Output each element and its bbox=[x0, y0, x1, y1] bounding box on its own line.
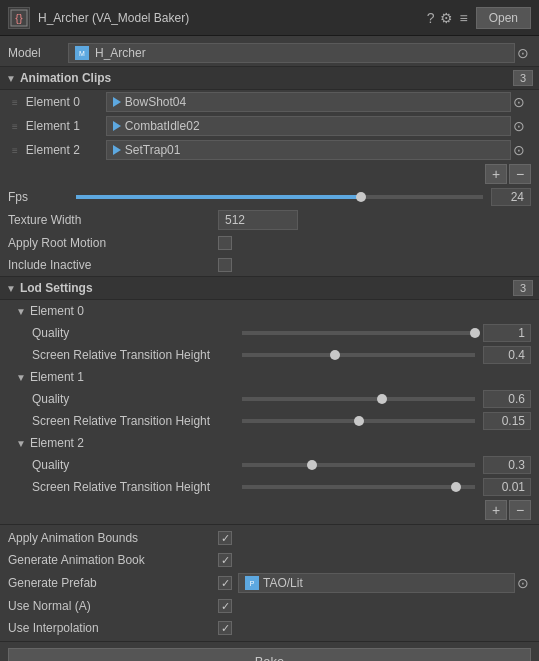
lod-2-screen-slider[interactable] bbox=[242, 485, 475, 489]
lod-1-quality-value[interactable]: 0.6 bbox=[483, 390, 531, 408]
clip-select-button-1[interactable]: ⊙ bbox=[511, 118, 527, 134]
fps-slider-thumb[interactable] bbox=[356, 192, 366, 202]
model-select-button[interactable]: ⊙ bbox=[515, 45, 531, 61]
apply-root-motion-label: Apply Root Motion bbox=[8, 236, 218, 250]
clip-value-1: CombatIdle02 bbox=[125, 119, 200, 133]
lod-1-screen-thumb[interactable] bbox=[354, 416, 364, 426]
lod-0-screen-value[interactable]: 0.4 bbox=[483, 346, 531, 364]
prefab-icon: P bbox=[245, 576, 259, 590]
clip-label-0: Element 0 bbox=[26, 95, 106, 109]
clip-select-button-0[interactable]: ⊙ bbox=[511, 94, 527, 110]
add-clip-button[interactable]: + bbox=[485, 164, 507, 184]
animation-clips-count: 3 bbox=[513, 70, 533, 86]
lod-1-quality-thumb[interactable] bbox=[377, 394, 387, 404]
clip-element-0: ≡ Element 0 BowShot04 ⊙ bbox=[0, 90, 539, 114]
lod-element-0-title: Element 0 bbox=[30, 304, 84, 318]
lod-0-quality-thumb[interactable] bbox=[470, 328, 480, 338]
lod-0-screen-label: Screen Relative Transition Height bbox=[32, 348, 242, 362]
fps-slider[interactable] bbox=[76, 195, 483, 199]
animation-clips-section[interactable]: ▼ Animation Clips 3 bbox=[0, 66, 539, 90]
clip-value-box-0[interactable]: BowShot04 bbox=[106, 92, 511, 112]
model-value: H_Archer bbox=[95, 46, 146, 60]
clip-element-2: ≡ Element 2 SetTrap01 ⊙ bbox=[0, 138, 539, 162]
lod-1-quality-label: Quality bbox=[32, 392, 242, 406]
bake-row: Bake bbox=[0, 644, 539, 661]
lod-1-screen-row: Screen Relative Transition Height 0.15 bbox=[0, 410, 539, 432]
model-label: Model bbox=[8, 46, 68, 60]
fps-label: Fps bbox=[8, 190, 68, 204]
generate-prefab-label: Generate Prefab bbox=[8, 576, 218, 590]
menu-icon[interactable]: ≡ bbox=[459, 10, 467, 26]
lod-1-screen-value[interactable]: 0.15 bbox=[483, 412, 531, 430]
lod-settings-title: Lod Settings bbox=[20, 281, 513, 295]
use-interpolation-row: Use Interpolation bbox=[0, 617, 539, 639]
remove-lod-button[interactable]: − bbox=[509, 500, 531, 520]
apply-anim-bounds-row: Apply Animation Bounds bbox=[0, 527, 539, 549]
apply-root-motion-checkbox[interactable] bbox=[218, 236, 232, 250]
lod-element-1-header[interactable]: ▼ Element 1 bbox=[0, 366, 539, 388]
lod-1-screen-slider[interactable] bbox=[242, 419, 475, 423]
lod-0-screen-row: Screen Relative Transition Height 0.4 bbox=[0, 344, 539, 366]
lod-1-quality-slider[interactable] bbox=[242, 397, 475, 401]
lod-2-screen-thumb[interactable] bbox=[451, 482, 461, 492]
lod-element-1-title: Element 1 bbox=[30, 370, 84, 384]
lod-2-quality-slider[interactable] bbox=[242, 463, 475, 467]
clip-element-1: ≡ Element 1 CombatIdle02 ⊙ bbox=[0, 114, 539, 138]
prefab-value-box[interactable]: P TAO/Lit bbox=[238, 573, 515, 593]
model-value-box[interactable]: M H_Archer bbox=[68, 43, 515, 63]
clip-value-box-2[interactable]: SetTrap01 bbox=[106, 140, 511, 160]
clip-anim-icon-1 bbox=[113, 121, 121, 131]
clip-select-button-2[interactable]: ⊙ bbox=[511, 142, 527, 158]
apply-anim-bounds-checkbox[interactable] bbox=[218, 531, 232, 545]
titlebar: {} H_Archer (VA_Model Baker) ? ⚙ ≡ Open bbox=[0, 0, 539, 36]
texture-width-input[interactable] bbox=[218, 210, 298, 230]
lod-0-quality-slider[interactable] bbox=[242, 331, 475, 335]
lod-2-quality-value[interactable]: 0.3 bbox=[483, 456, 531, 474]
lod-2-quality-label: Quality bbox=[32, 458, 242, 472]
lod-0-screen-thumb[interactable] bbox=[330, 350, 340, 360]
clip-value-box-1[interactable]: CombatIdle02 bbox=[106, 116, 511, 136]
open-button[interactable]: Open bbox=[476, 7, 531, 29]
prefab-select-button[interactable]: ⊙ bbox=[515, 575, 531, 591]
divider-2 bbox=[0, 641, 539, 642]
app-icon: {} bbox=[8, 7, 30, 29]
lod-element-2-title: Element 2 bbox=[30, 436, 84, 450]
fps-value[interactable]: 24 bbox=[491, 188, 531, 206]
generate-anim-book-checkbox[interactable] bbox=[218, 553, 232, 567]
bake-button[interactable]: Bake bbox=[8, 648, 531, 661]
clip-label-2: Element 2 bbox=[26, 143, 106, 157]
clip-add-remove-row: + − bbox=[0, 162, 539, 186]
generate-anim-book-label: Generate Animation Book bbox=[8, 553, 218, 567]
clip-label-1: Element 1 bbox=[26, 119, 106, 133]
drag-handle-0[interactable]: ≡ bbox=[12, 97, 18, 108]
help-icon[interactable]: ? bbox=[427, 10, 435, 26]
divider-1 bbox=[0, 524, 539, 525]
use-interpolation-checkbox[interactable] bbox=[218, 621, 232, 635]
include-inactive-checkbox[interactable] bbox=[218, 258, 232, 272]
lod-add-remove-row: + − bbox=[0, 498, 539, 522]
animation-clips-arrow: ▼ bbox=[6, 73, 16, 84]
fps-row: Fps 24 bbox=[0, 186, 539, 208]
generate-prefab-checkbox[interactable] bbox=[218, 576, 232, 590]
include-inactive-label: Include Inactive bbox=[8, 258, 218, 272]
drag-handle-1[interactable]: ≡ bbox=[12, 121, 18, 132]
settings-icon[interactable]: ⚙ bbox=[440, 10, 453, 26]
use-normal-label: Use Normal (A) bbox=[8, 599, 218, 613]
use-normal-checkbox[interactable] bbox=[218, 599, 232, 613]
drag-handle-2[interactable]: ≡ bbox=[12, 145, 18, 156]
remove-clip-button[interactable]: − bbox=[509, 164, 531, 184]
lod-settings-arrow: ▼ bbox=[6, 283, 16, 294]
fps-slider-fill bbox=[76, 195, 361, 199]
add-lod-button[interactable]: + bbox=[485, 500, 507, 520]
texture-width-label: Texture Width bbox=[8, 213, 218, 227]
lod-element-0-header[interactable]: ▼ Element 0 bbox=[0, 300, 539, 322]
apply-root-motion-row: Apply Root Motion bbox=[0, 232, 539, 254]
lod-2-screen-value[interactable]: 0.01 bbox=[483, 478, 531, 496]
lod-settings-section[interactable]: ▼ Lod Settings 3 bbox=[0, 276, 539, 300]
lod-0-screen-slider[interactable] bbox=[242, 353, 475, 357]
lod-2-quality-thumb[interactable] bbox=[307, 460, 317, 470]
content-area: Model M H_Archer ⊙ ▼ Animation Clips 3 ≡… bbox=[0, 36, 539, 661]
lod-element-2-header[interactable]: ▼ Element 2 bbox=[0, 432, 539, 454]
lod-0-quality-value[interactable]: 1 bbox=[483, 324, 531, 342]
use-normal-row: Use Normal (A) bbox=[0, 595, 539, 617]
